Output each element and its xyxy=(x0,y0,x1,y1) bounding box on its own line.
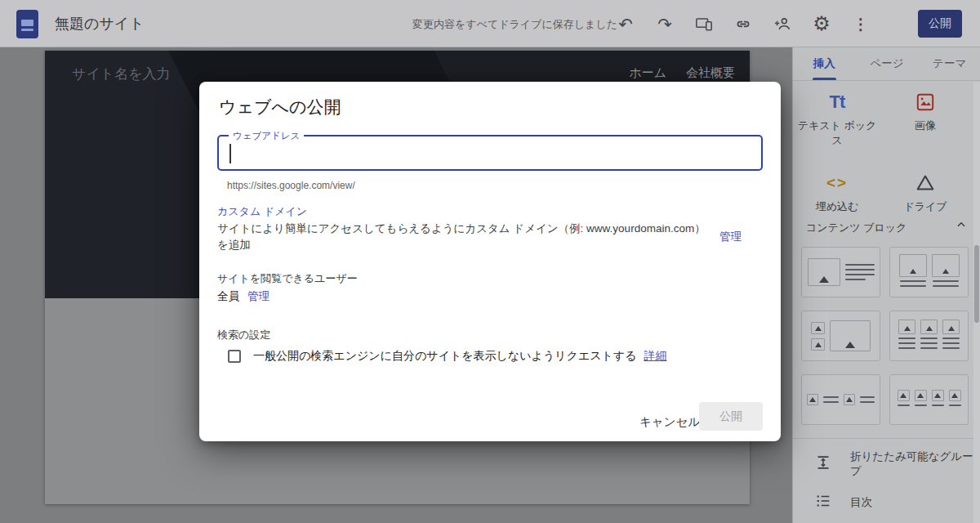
details-link[interactable]: 詳細 xyxy=(644,349,667,364)
web-address-input[interactable]: ウェブアドレス xyxy=(217,135,763,171)
tab-insert[interactable]: 挿入 xyxy=(793,47,856,80)
insert-text-box[interactable]: Tt テキスト ボックス xyxy=(793,90,881,148)
viewers-label: サイトを閲覧できるユーザー xyxy=(217,271,358,286)
site-title[interactable]: 無題のサイト xyxy=(55,14,145,34)
settings-gear-icon[interactable]: ⚙ xyxy=(813,15,831,33)
tab-themes[interactable]: テーマ xyxy=(918,47,980,80)
more-menu-icon[interactable]: ⋮ xyxy=(852,15,870,33)
google-sites-editor: 無題のサイト 変更内容をすべてドライブに保存しました ↶ ↷ ⚙ ⋮ 公開 サイ… xyxy=(0,0,980,523)
content-blocks-grid xyxy=(801,247,969,425)
content-block-image-text[interactable] xyxy=(801,247,880,297)
custom-domain-description: サイトにより簡単にアクセスしてもらえるようにカスタム ドメイン（例: www.y… xyxy=(217,221,714,253)
web-address-label: ウェブアドレス xyxy=(229,130,304,142)
copy-link-icon[interactable] xyxy=(734,15,752,33)
collapsible-group-icon xyxy=(814,454,832,475)
device-preview-icon[interactable] xyxy=(695,15,713,33)
publish-button-topbar[interactable]: 公開 xyxy=(918,10,962,38)
content-block-gallery[interactable] xyxy=(801,311,880,361)
site-nav: ホーム 会社概要 xyxy=(629,65,735,81)
insert-sidebar: 挿入 ページ テーマ Tt テキスト ボックス 画像 <> 埋め込む xyxy=(792,47,980,523)
insert-embed[interactable]: <> 埋め込む xyxy=(793,171,881,214)
insert-image[interactable]: 画像 xyxy=(881,90,969,148)
app-topbar: 無題のサイト 変更内容をすべてドライブに保存しました ↶ ↷ ⚙ ⋮ 公開 xyxy=(0,0,980,47)
site-name-placeholder[interactable]: サイト名を入力 xyxy=(72,65,171,83)
search-engine-checkbox[interactable] xyxy=(228,350,241,363)
site-nav-home[interactable]: ホーム xyxy=(629,65,666,81)
sidebar-tabs: 挿入 ページ テーマ xyxy=(793,47,980,81)
search-checkbox-label: 一般公開の検索エンジンに自分のサイトを表示しないようリクエストする xyxy=(253,349,637,364)
undo-icon[interactable]: ↶ xyxy=(617,15,635,33)
tab-pages[interactable]: ページ xyxy=(856,47,919,80)
cancel-button[interactable]: キャンセル xyxy=(635,408,705,436)
share-add-person-icon[interactable] xyxy=(773,15,791,33)
site-nav-about[interactable]: 会社概要 xyxy=(686,65,735,81)
insert-items-grid: Tt テキスト ボックス 画像 <> 埋め込む ドライブ xyxy=(793,90,969,214)
custom-domain-label: カスタム ドメイン xyxy=(217,204,307,219)
content-blocks-header[interactable]: コンテンツ ブロック xyxy=(806,221,968,235)
scrollbar-thumb[interactable] xyxy=(974,245,979,323)
text-box-icon: Tt xyxy=(830,92,845,113)
insert-table-of-contents[interactable]: 目次 xyxy=(793,486,980,519)
sidebar-divider xyxy=(793,438,980,439)
publish-dialog: ウェブへの公開 ウェブアドレス https://sites.google.com… xyxy=(199,82,781,441)
embed-code-icon: <> xyxy=(826,174,848,192)
active-tab-underline xyxy=(813,78,836,80)
save-status: 変更内容をすべてドライブに保存しました xyxy=(412,17,617,32)
content-block-image-text-pairs[interactable] xyxy=(801,374,880,425)
image-icon xyxy=(881,90,969,114)
dialog-title: ウェブへの公開 xyxy=(219,96,341,118)
sidebar-scrollbar[interactable] xyxy=(973,82,980,523)
text-cursor xyxy=(229,144,231,163)
chevron-up-icon[interactable] xyxy=(955,218,968,234)
viewers-manage-link[interactable]: 管理 xyxy=(247,289,270,304)
redo-icon[interactable]: ↷ xyxy=(656,15,674,33)
insert-drive[interactable]: ドライブ xyxy=(881,171,969,214)
table-of-contents-icon xyxy=(814,492,832,513)
content-block-four-images[interactable] xyxy=(889,374,969,425)
publish-button-dialog[interactable]: 公開 xyxy=(699,402,763,431)
drive-icon xyxy=(881,171,969,195)
custom-domain-manage-link[interactable]: 管理 xyxy=(719,230,742,244)
google-sites-logo-icon[interactable] xyxy=(16,10,38,38)
search-settings-label: 検索の設定 xyxy=(217,328,270,342)
content-block-three-images[interactable] xyxy=(889,311,969,361)
viewers-value: 全員 xyxy=(217,289,239,304)
content-block-two-images[interactable] xyxy=(889,247,969,297)
insert-collapsible-group[interactable]: 折りたたみ可能なグループ xyxy=(793,448,980,481)
base-url-helper: https://sites.google.com/view/ xyxy=(227,180,355,191)
